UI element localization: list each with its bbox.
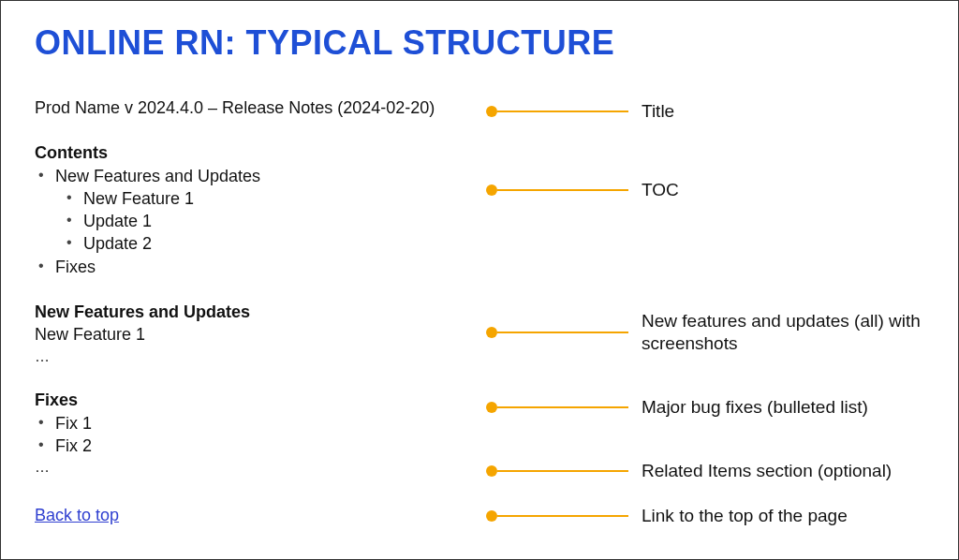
toc-item: New Feature 1 bbox=[35, 187, 480, 210]
annotation-label: TOC bbox=[642, 179, 679, 201]
toc-item: Update 2 bbox=[35, 232, 480, 255]
callout-dot-icon bbox=[486, 106, 497, 117]
annotation-fixes: Major bug fixes (bulleted list) bbox=[486, 396, 868, 419]
sample-toc-block: Contents New Features and Updates New Fe… bbox=[35, 141, 480, 278]
callout-dot-icon bbox=[486, 327, 497, 338]
callout-line bbox=[497, 406, 628, 408]
annotation-features: New features and updates (all) with scre… bbox=[486, 310, 924, 355]
release-notes-sample: Prod Name v 2024.4.0 – Release Notes (20… bbox=[35, 96, 480, 526]
annotation-label: Major bug fixes (bulleted list) bbox=[642, 396, 868, 419]
sample-fixes-block: Fixes Fix 1 Fix 2 … bbox=[35, 389, 480, 477]
callout-dot-icon bbox=[486, 184, 497, 196]
annotation-label: Link to the top of the page bbox=[642, 505, 848, 527]
fix-item: Fix 1 bbox=[35, 412, 480, 435]
toc-item: Fixes bbox=[35, 256, 480, 278]
slide-heading: ONLINE RN: TYPICAL STRUCTURE bbox=[35, 23, 924, 63]
callout-line bbox=[497, 515, 628, 517]
back-to-top-link[interactable]: Back to top bbox=[35, 504, 119, 526]
ellipsis: … bbox=[35, 346, 480, 367]
feature-item: New Feature 1 bbox=[35, 323, 480, 346]
toc-heading: Contents bbox=[35, 141, 480, 164]
ellipsis: … bbox=[35, 457, 480, 478]
callout-line bbox=[497, 189, 628, 191]
sample-title-line: Prod Name v 2024.4.0 – Release Notes (20… bbox=[35, 96, 480, 119]
callout-dot-icon bbox=[486, 465, 497, 477]
callout-line bbox=[497, 470, 628, 472]
callout-line bbox=[497, 332, 628, 333]
annotation-toc: TOC bbox=[486, 179, 679, 201]
fix-item: Fix 2 bbox=[35, 435, 480, 457]
annotation-label: Title bbox=[642, 100, 674, 123]
annotation-label: New features and updates (all) with scre… bbox=[642, 310, 924, 355]
toc-item: Update 1 bbox=[35, 210, 480, 232]
callout-line bbox=[497, 111, 628, 112]
fixes-heading: Fixes bbox=[35, 389, 480, 411]
annotation-related: Related Items section (optional) bbox=[486, 460, 892, 482]
callout-dot-icon bbox=[486, 402, 497, 413]
callout-dot-icon bbox=[486, 510, 497, 522]
toc-item: New Features and Updates bbox=[35, 165, 480, 187]
annotation-label: Related Items section (optional) bbox=[642, 460, 892, 482]
annotation-title: Title bbox=[486, 100, 674, 123]
sample-features-block: New Features and Updates New Feature 1 … bbox=[35, 301, 480, 366]
annotation-back: Link to the top of the page bbox=[486, 505, 848, 527]
features-heading: New Features and Updates bbox=[35, 301, 480, 323]
